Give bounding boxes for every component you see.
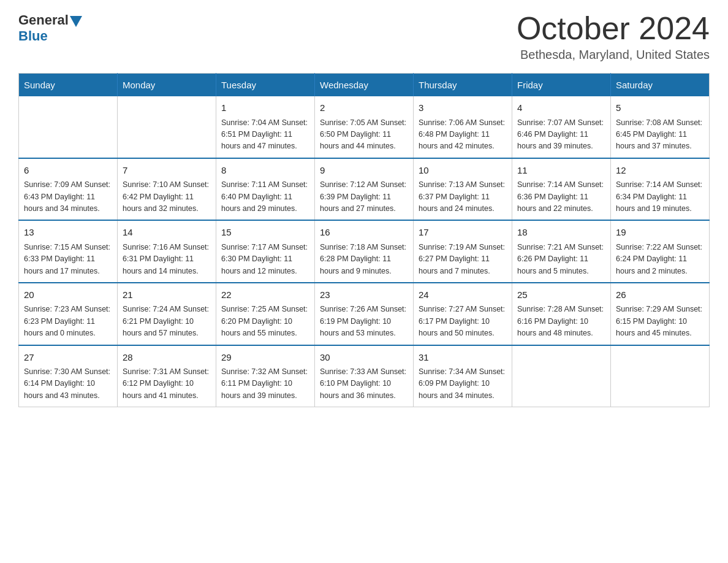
day-number: 25 — [517, 288, 605, 302]
day-number: 5 — [616, 101, 704, 115]
day-info: Sunrise: 7:06 AM Sunset: 6:48 PM Dayligh… — [419, 117, 507, 153]
calendar-cell: 28Sunrise: 7:31 AM Sunset: 6:12 PM Dayli… — [118, 345, 216, 407]
calendar-cell: 3Sunrise: 7:06 AM Sunset: 6:48 PM Daylig… — [414, 96, 512, 158]
calendar-header-wednesday: Wednesday — [315, 74, 414, 97]
calendar-header-sunday: Sunday — [19, 74, 118, 97]
day-number: 28 — [123, 351, 211, 365]
day-info: Sunrise: 7:19 AM Sunset: 6:27 PM Dayligh… — [419, 242, 507, 277]
day-number: 19 — [616, 226, 704, 240]
day-number: 4 — [517, 101, 605, 115]
day-number: 20 — [24, 288, 112, 302]
day-info: Sunrise: 7:32 AM Sunset: 6:11 PM Dayligh… — [221, 366, 309, 402]
day-number: 18 — [517, 226, 605, 240]
calendar-cell: 18Sunrise: 7:21 AM Sunset: 6:26 PM Dayli… — [512, 220, 611, 283]
day-info: Sunrise: 7:14 AM Sunset: 6:36 PM Dayligh… — [517, 179, 605, 215]
day-info: Sunrise: 7:04 AM Sunset: 6:51 PM Dayligh… — [221, 117, 309, 153]
calendar-header-monday: Monday — [118, 74, 216, 97]
day-number: 2 — [320, 101, 408, 115]
calendar-header-tuesday: Tuesday — [216, 74, 315, 97]
day-info: Sunrise: 7:27 AM Sunset: 6:17 PM Dayligh… — [419, 304, 507, 339]
calendar-cell: 17Sunrise: 7:19 AM Sunset: 6:27 PM Dayli… — [414, 220, 512, 283]
day-info: Sunrise: 7:15 AM Sunset: 6:33 PM Dayligh… — [24, 242, 112, 277]
calendar-cell: 19Sunrise: 7:22 AM Sunset: 6:24 PM Dayli… — [611, 220, 710, 283]
calendar-cell: 6Sunrise: 7:09 AM Sunset: 6:43 PM Daylig… — [19, 158, 118, 221]
calendar-cell: 9Sunrise: 7:12 AM Sunset: 6:39 PM Daylig… — [315, 158, 414, 221]
calendar-cell: 10Sunrise: 7:13 AM Sunset: 6:37 PM Dayli… — [414, 158, 512, 221]
title-section: October 2024 Bethesda, Maryland, United … — [517, 12, 710, 62]
day-number: 9 — [320, 164, 408, 178]
calendar-table: SundayMondayTuesdayWednesdayThursdayFrid… — [18, 73, 710, 407]
day-number: 7 — [123, 164, 211, 178]
day-number: 14 — [123, 226, 211, 240]
day-number: 3 — [419, 101, 507, 115]
day-info: Sunrise: 7:29 AM Sunset: 6:15 PM Dayligh… — [616, 304, 704, 339]
day-number: 11 — [517, 164, 605, 178]
calendar-cell: 8Sunrise: 7:11 AM Sunset: 6:40 PM Daylig… — [216, 158, 315, 221]
logo: General Blue — [18, 12, 83, 44]
day-info: Sunrise: 7:23 AM Sunset: 6:23 PM Dayligh… — [24, 304, 112, 339]
calendar-cell: 13Sunrise: 7:15 AM Sunset: 6:33 PM Dayli… — [19, 220, 118, 283]
calendar-week-1: 1Sunrise: 7:04 AM Sunset: 6:51 PM Daylig… — [19, 96, 710, 158]
calendar-week-3: 13Sunrise: 7:15 AM Sunset: 6:33 PM Dayli… — [19, 220, 710, 283]
day-info: Sunrise: 7:17 AM Sunset: 6:30 PM Dayligh… — [221, 242, 309, 277]
day-number: 21 — [123, 288, 211, 302]
day-info: Sunrise: 7:21 AM Sunset: 6:26 PM Dayligh… — [517, 242, 605, 277]
logo-blue-text: Blue — [18, 28, 48, 44]
day-number: 30 — [320, 351, 408, 365]
calendar-cell: 2Sunrise: 7:05 AM Sunset: 6:50 PM Daylig… — [315, 96, 414, 158]
day-number: 15 — [221, 226, 309, 240]
calendar-cell — [118, 96, 216, 158]
page-header: General Blue October 2024 Bethesda, Mary… — [18, 12, 710, 62]
day-info: Sunrise: 7:33 AM Sunset: 6:10 PM Dayligh… — [320, 366, 408, 402]
calendar-cell: 15Sunrise: 7:17 AM Sunset: 6:30 PM Dayli… — [216, 220, 315, 283]
day-number: 12 — [616, 164, 704, 178]
day-number: 22 — [221, 288, 309, 302]
calendar-week-2: 6Sunrise: 7:09 AM Sunset: 6:43 PM Daylig… — [19, 158, 710, 221]
calendar-cell: 24Sunrise: 7:27 AM Sunset: 6:17 PM Dayli… — [414, 283, 512, 345]
day-number: 31 — [419, 351, 507, 365]
day-number: 1 — [221, 101, 309, 115]
day-number: 24 — [419, 288, 507, 302]
calendar-cell: 23Sunrise: 7:26 AM Sunset: 6:19 PM Dayli… — [315, 283, 414, 345]
calendar-header-friday: Friday — [512, 74, 611, 97]
calendar-cell: 16Sunrise: 7:18 AM Sunset: 6:28 PM Dayli… — [315, 220, 414, 283]
calendar-cell: 30Sunrise: 7:33 AM Sunset: 6:10 PM Dayli… — [315, 345, 414, 407]
day-info: Sunrise: 7:13 AM Sunset: 6:37 PM Dayligh… — [419, 179, 507, 215]
day-info: Sunrise: 7:14 AM Sunset: 6:34 PM Dayligh… — [616, 179, 704, 215]
day-info: Sunrise: 7:31 AM Sunset: 6:12 PM Dayligh… — [123, 366, 211, 402]
day-info: Sunrise: 7:16 AM Sunset: 6:31 PM Dayligh… — [123, 242, 211, 277]
calendar-cell: 27Sunrise: 7:30 AM Sunset: 6:14 PM Dayli… — [19, 345, 118, 407]
calendar-cell: 22Sunrise: 7:25 AM Sunset: 6:20 PM Dayli… — [216, 283, 315, 345]
calendar-cell — [512, 345, 611, 407]
calendar-cell: 14Sunrise: 7:16 AM Sunset: 6:31 PM Dayli… — [118, 220, 216, 283]
logo-arrow-icon — [70, 16, 82, 27]
day-number: 26 — [616, 288, 704, 302]
calendar-header-row: SundayMondayTuesdayWednesdayThursdayFrid… — [19, 74, 710, 97]
calendar-cell: 25Sunrise: 7:28 AM Sunset: 6:16 PM Dayli… — [512, 283, 611, 345]
day-info: Sunrise: 7:08 AM Sunset: 6:45 PM Dayligh… — [616, 117, 704, 153]
calendar-cell — [19, 96, 118, 158]
day-info: Sunrise: 7:34 AM Sunset: 6:09 PM Dayligh… — [419, 366, 507, 402]
calendar-cell: 5Sunrise: 7:08 AM Sunset: 6:45 PM Daylig… — [611, 96, 710, 158]
calendar-week-5: 27Sunrise: 7:30 AM Sunset: 6:14 PM Dayli… — [19, 345, 710, 407]
calendar-cell: 29Sunrise: 7:32 AM Sunset: 6:11 PM Dayli… — [216, 345, 315, 407]
day-number: 10 — [419, 164, 507, 178]
calendar-header-saturday: Saturday — [611, 74, 710, 97]
calendar-cell: 1Sunrise: 7:04 AM Sunset: 6:51 PM Daylig… — [216, 96, 315, 158]
day-info: Sunrise: 7:07 AM Sunset: 6:46 PM Dayligh… — [517, 117, 605, 153]
day-info: Sunrise: 7:05 AM Sunset: 6:50 PM Dayligh… — [320, 117, 408, 153]
calendar-cell: 26Sunrise: 7:29 AM Sunset: 6:15 PM Dayli… — [611, 283, 710, 345]
calendar-week-4: 20Sunrise: 7:23 AM Sunset: 6:23 PM Dayli… — [19, 283, 710, 345]
day-number: 23 — [320, 288, 408, 302]
day-info: Sunrise: 7:12 AM Sunset: 6:39 PM Dayligh… — [320, 179, 408, 215]
calendar-header-thursday: Thursday — [414, 74, 512, 97]
day-number: 13 — [24, 226, 112, 240]
day-info: Sunrise: 7:09 AM Sunset: 6:43 PM Dayligh… — [24, 179, 112, 215]
day-info: Sunrise: 7:30 AM Sunset: 6:14 PM Dayligh… — [24, 366, 112, 402]
logo-general-text: General — [18, 12, 69, 28]
day-number: 8 — [221, 164, 309, 178]
day-number: 27 — [24, 351, 112, 365]
day-info: Sunrise: 7:10 AM Sunset: 6:42 PM Dayligh… — [123, 179, 211, 215]
day-number: 29 — [221, 351, 309, 365]
day-info: Sunrise: 7:28 AM Sunset: 6:16 PM Dayligh… — [517, 304, 605, 339]
